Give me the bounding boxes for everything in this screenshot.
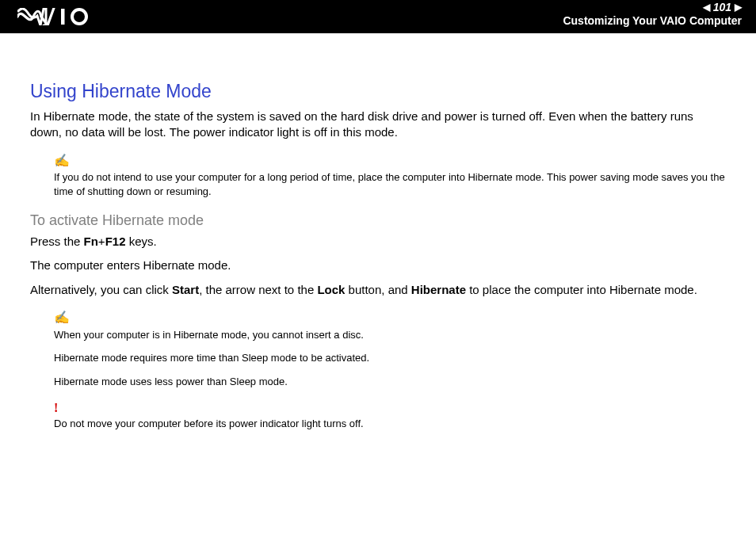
page-content: Using Hibernate Mode In Hibernate mode, … [0, 33, 756, 430]
note-text: If you do not intend to use your compute… [54, 171, 725, 197]
section-title: Customizing Your VAIO Computer [563, 14, 742, 27]
page-number: 101 [713, 1, 731, 13]
note-text: Hibernate mode uses less power than Slee… [54, 375, 726, 389]
intro-paragraph: In Hibernate mode, the state of the syst… [30, 109, 726, 141]
svg-rect-0 [61, 9, 65, 25]
svg-point-1 [72, 10, 86, 24]
warning-text: Do not move your computer before its pow… [54, 418, 364, 429]
page-title: Using Hibernate Mode [30, 81, 726, 102]
alternative-step: Alternatively, you can click Start, the … [30, 282, 726, 298]
next-page-icon[interactable]: ▶ [735, 2, 742, 12]
step-1: Press the Fn+F12 keys. [30, 234, 726, 250]
page-nav: ◀ 101 ▶ [703, 1, 742, 13]
note-text: Hibernate mode requires more time than S… [54, 351, 726, 365]
note-block-1: ✍ If you do not intend to use your compu… [54, 152, 726, 199]
vaio-logo [17, 8, 94, 29]
warning-icon: ! [54, 399, 726, 417]
step-2: The computer enters Hibernate mode. [30, 257, 726, 273]
note-block-2: ✍ When your computer is in Hibernate mod… [54, 309, 726, 388]
note-text: When your computer is in Hibernate mode,… [54, 328, 726, 342]
sub-heading: To activate Hibernate mode [30, 212, 726, 229]
warning-block: ! Do not move your computer before its p… [54, 399, 726, 430]
note-icon: ✍ [54, 152, 726, 170]
page-header: ◀ 101 ▶ Customizing Your VAIO Computer [0, 0, 756, 33]
note-icon: ✍ [54, 309, 726, 326]
prev-page-icon[interactable]: ◀ [703, 2, 710, 12]
